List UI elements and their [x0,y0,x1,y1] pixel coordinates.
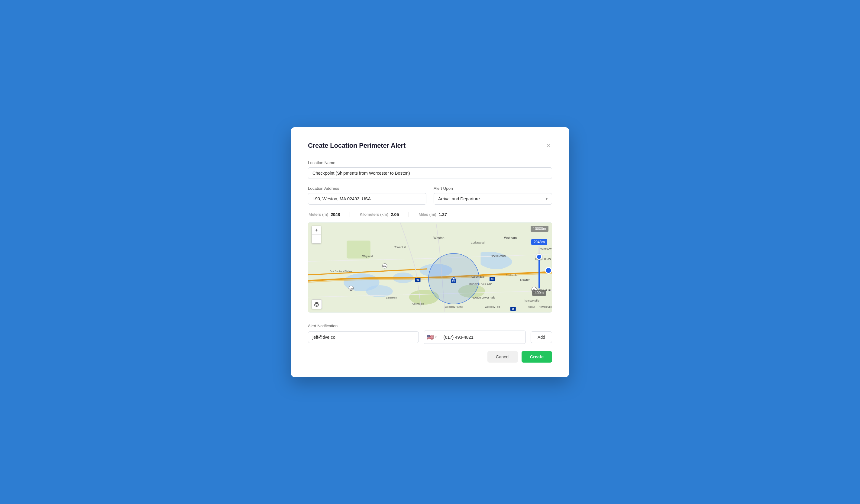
location-address-input[interactable] [308,193,426,204]
location-address-label: Location Address [308,186,426,191]
svg-text:Wellesley Farms: Wellesley Farms [445,305,463,308]
phone-input-wrapper: 🇺🇸 ▾ [424,331,526,344]
alert-upon-select[interactable]: Arrival Departure Arrival and Departure [434,193,552,204]
flag-emoji: 🇺🇸 [427,334,434,341]
svg-text:Thompsonville: Thompsonville [523,299,540,302]
svg-text:Wayland: Wayland [362,255,373,257]
modal-header: Create Location Perimeter Alert × [308,142,552,149]
svg-text:Auburndale: Auburndale [471,275,484,278]
slider-min-label: 400m [532,290,546,296]
svg-text:Weston: Weston [433,236,445,240]
slider-current-value: 2048m [531,239,547,245]
svg-text:Saxonville: Saxonville [386,297,397,299]
address-alert-row: Location Address Alert Upon Arrival Depa… [308,186,552,204]
svg-text:Cedarwood: Cedarwood [471,241,484,244]
svg-text:Newton Upper Falls: Newton Upper Falls [539,305,552,308]
svg-point-16 [453,278,455,279]
alert-upon-section: Alert Upon Arrival Departure Arrival and… [434,186,552,204]
svg-text:Newton Lower Falls: Newton Lower Falls [472,296,495,299]
modal-title: Create Location Perimeter Alert [308,142,405,149]
phone-number-input[interactable] [440,332,526,343]
modal-overlay: Create Location Perimeter Alert × Locati… [0,0,860,504]
map-layer-button[interactable] [312,300,322,309]
slider-track [539,246,540,289]
location-name-input[interactable] [308,168,552,179]
svg-text:90: 90 [491,278,494,280]
svg-text:RUSSELL VILLAGE: RUSSELL VILLAGE [469,283,492,286]
alert-notification-label: Alert Notification [308,323,552,328]
radius-miles: Miles (mi) 1.27 [418,212,447,217]
map-svg: 90 90 90 Waltham Watertown Weston Cedarw… [308,222,552,313]
location-address-section: Location Address [308,186,426,204]
phone-flag-selector[interactable]: 🇺🇸 ▾ [424,331,440,344]
layers-icon [314,302,319,307]
email-input[interactable] [308,331,419,343]
create-button[interactable]: Create [521,351,552,363]
radius-km: Kilometers (km) 2.05 [360,212,399,217]
svg-text:Waban: Waban [528,306,535,308]
add-notification-button[interactable]: Add [531,331,552,343]
location-name-section: Location Name [308,160,552,179]
svg-text:Cochituate: Cochituate [413,302,424,305]
svg-text:90: 90 [416,278,419,281]
radius-divider-2 [408,212,409,217]
cancel-button[interactable]: Cancel [487,351,518,363]
svg-text:Waltham: Waltham [504,236,517,240]
svg-text:Newton: Newton [520,278,530,281]
notification-input-row: 🇺🇸 ▾ Add [308,331,552,344]
radius-divider-1 [349,212,350,217]
modal-dialog: Create Location Perimeter Alert × Locati… [291,127,569,377]
close-button[interactable]: × [545,142,552,149]
map-zoom-controls: + − [312,226,321,244]
zoom-out-button[interactable]: − [312,235,321,243]
svg-text:Wellesley Hills: Wellesley Hills [485,305,500,308]
alert-upon-label: Alert Upon [434,186,552,191]
zoom-in-button[interactable]: + [312,226,321,234]
slider-fill [539,257,540,289]
modal-footer: Cancel Create [308,351,552,363]
svg-text:Tower Hill: Tower Hill [395,245,406,248]
svg-text:95: 95 [512,307,515,310]
map-scale-badge-top: 10000m [531,226,548,232]
radius-meters: Meters (m) 2048 [309,212,340,217]
location-name-label: Location Name [308,160,552,165]
svg-text:126: 126 [383,265,386,268]
map-radius-slider[interactable]: 2048m 400m [531,239,547,296]
alert-notification-section: Alert Notification 🇺🇸 ▾ Add [308,323,552,344]
map-container[interactable]: 90 90 90 Waltham Watertown Weston Cedarw… [308,222,552,313]
svg-text:Newtonville: Newtonville [506,273,517,276]
radius-row: Meters (m) 2048 Kilometers (km) 2.05 Mil… [308,212,552,217]
svg-text:126: 126 [349,287,353,289]
svg-text:East Sudbury Station: East Sudbury Station [329,270,352,272]
phone-dropdown-arrow-icon: ▾ [435,335,436,339]
svg-text:NONANTUM: NONANTUM [491,255,506,257]
alert-upon-wrapper: Arrival Departure Arrival and Departure … [434,193,552,204]
slider-thumb[interactable] [536,254,542,260]
